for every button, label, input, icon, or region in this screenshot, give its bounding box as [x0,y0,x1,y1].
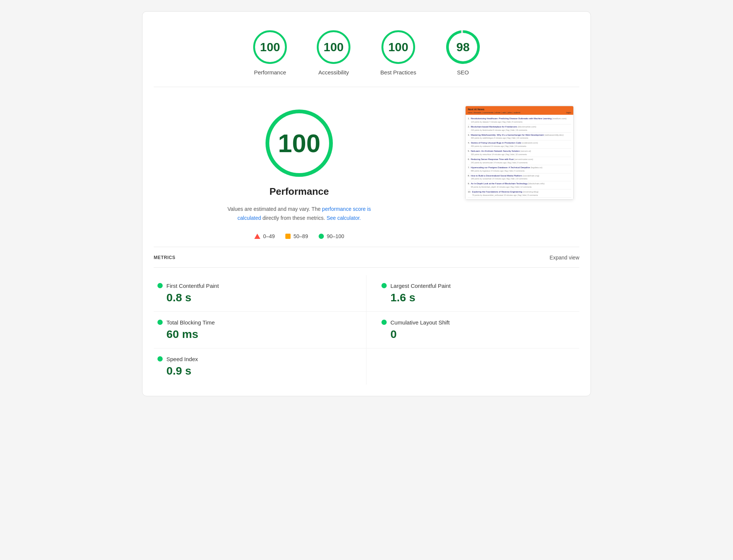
perf-description: Values are estimated and may vary. The p… [221,205,378,223]
scores-section: 100 Performance 100 Accessibility 100 Be… [154,23,579,87]
metric-fcp-value: 0.8 s [157,291,359,304]
preview-item-1: 1.Revolutionizing Healthcare: Predicting… [468,116,571,124]
preview-item-2: 2.Blockchain-based Marketplace for Freel… [468,124,571,133]
metric-lcp: Largest Contentful Paint 1.6 s [366,275,579,312]
preview-num-1: 1. [468,117,470,120]
preview-num-4: 4. [468,142,470,144]
calculator-link[interactable]: See calculator. [326,215,361,221]
big-score-value: 100 [278,129,320,158]
preview-nav-links: new | threads | comments | show | ask | … [468,111,520,114]
score-circle-accessibility: 100 [317,30,350,64]
metrics-divider [154,267,579,268]
legend-low-range: 0–49 [263,233,275,239]
preview-meta-10: 79 points by disassembler_enthusiast 16 … [472,194,538,196]
preview-title-1: Revolutionizing Healthcare: Predicting D… [471,117,567,120]
screenshot-panel: Next AI News new | threads | comments | … [460,102,579,239]
score-inner-seo: 98 [449,33,477,61]
preview-title-6: Reducing Server Response Time with Rust … [471,158,533,161]
big-score-circle: 100 [266,110,333,177]
score-circle-seo: 98 [446,30,480,64]
legend-mid: 50–89 [285,233,308,239]
legend-high: 90–100 [319,233,344,239]
metric-lcp-name: Largest Contentful Paint [390,283,451,289]
preview-login: login [566,111,571,114]
preview-site-title: Next AI News [468,108,571,111]
score-value-best-practices: 100 [388,40,408,54]
preview-meta-2: 210 points by blockmarket 9 minutes ago … [471,129,536,131]
preview-num-8: 8. [468,175,470,177]
preview-title-7: Hyperscaling our Postgres Database: A Te… [471,166,542,169]
preview-num-3: 3. [468,134,470,136]
score-legend: 0–49 50–89 90–100 [254,233,344,239]
metric-fcp-header: First Contentful Paint [157,283,359,289]
preview-num-5: 5. [468,150,470,152]
preview-body: 1.Revolutionizing Healthcare: Predicting… [466,115,573,199]
preview-meta-4: 450 points by codeword 14 minutes ago | … [471,145,538,147]
metric-si-name: Speed Index [166,356,198,362]
preview-title-4: Stories of Fixing Unusual Bugs in Produc… [471,142,538,145]
legend-square-icon [285,234,291,239]
preview-num-2: 2. [468,126,470,128]
performance-details: 100 Performance Values are estimated and… [154,102,445,239]
preview-nav: new | threads | comments | show | ask | … [468,111,571,114]
preview-item-9: 9.An In-Depth Look at the Future of Bloc… [468,181,571,190]
perf-desc-text2: directly from these metrics. [261,215,326,221]
preview-meta-9: 98 points by blockchain_depth 16 minutes… [471,186,545,188]
score-label-best-practices: Best Practices [380,69,416,76]
preview-meta-8: 189 points by socialchain 14 minutes ago… [471,178,539,180]
score-label-performance: Performance [254,69,286,76]
metric-tbt-value: 60 ms [157,328,359,341]
metric-si: Speed Index 0.9 s [154,348,366,385]
preview-item-8: 8.How to Build a Decentralized Social Me… [468,173,571,182]
metric-fcp-name: First Contentful Paint [166,283,219,289]
score-value-performance: 100 [260,40,280,54]
legend-triangle-icon [254,234,260,239]
preview-num-7: 7. [468,166,470,169]
score-label-seo: SEO [457,69,469,76]
preview-title-5: NetLearn: An AI-driven Network Security … [471,150,531,153]
metrics-section: METRICS Expand view First Contentful Pai… [154,247,579,385]
metrics-title: METRICS [154,255,175,260]
preview-title-2: Blockchain-based Marketplace for Freelan… [471,126,536,129]
preview-item-4: 4.Stories of Fixing Unusual Bugs in Prod… [468,141,571,149]
preview-num-10: 10. [468,191,471,193]
legend-circle-icon [319,234,324,239]
legend-mid-range: 50–89 [294,233,308,239]
preview-meta-7: 880 points by logstatus 14 minutes ago |… [471,170,542,172]
metric-si-dot [157,356,163,361]
preview-num-9: 9. [468,182,470,185]
metric-tbt-header: Total Blocking Time [157,319,359,326]
score-item-best-practices: 100 Best Practices [380,30,416,76]
metric-cls: Cumulative Layout Shift 0 [366,312,579,348]
preview-num-6: 6. [468,158,470,160]
preview-item-6: 6.Reducing Server Response Time with Rus… [468,157,571,165]
preview-title-3: Mastering WebAssembly: Why It's a Gamech… [471,134,564,137]
perf-title: Performance [270,186,329,197]
preview-title-10: Exploring the Foundations of Reverse Eng… [472,191,538,194]
metrics-grid: First Contentful Paint 0.8 s Largest Con… [154,275,579,385]
preview-item-10: 10.Exploring the Foundations of Reverse … [468,190,571,198]
metric-cls-header: Cumulative Layout Shift [381,319,572,326]
score-circle-performance: 100 [253,30,287,64]
metric-cls-name: Cumulative Layout Shift [390,319,450,326]
metric-tbt: Total Blocking Time 60 ms [154,312,366,348]
metric-cls-value: 0 [381,328,572,341]
metric-fcp-dot [157,283,163,288]
metric-tbt-dot [157,320,163,325]
metric-fcp: First Contentful Paint 0.8 s [154,275,366,312]
preview-meta-3: 300 points by webthinkguru 9 minutes ago… [471,137,564,139]
legend-low: 0–49 [254,233,275,239]
score-label-accessibility: Accessibility [318,69,349,76]
preview-item-3: 3.Mastering WebAssembly: Why It's a Game… [468,133,571,141]
metric-si-header: Speed Index [157,356,359,362]
score-item-performance: 100 Performance [253,30,287,76]
preview-meta-1: 123 points by datawiz 4 minutes ago | fl… [471,121,567,123]
expand-view-button[interactable]: Expand view [550,255,579,261]
score-value-seo: 98 [456,40,470,54]
preview-header: Next AI News new | threads | comments | … [466,106,573,115]
metric-lcp-value: 1.6 s [381,291,572,304]
preview-item-7: 7.Hyperscaling our Postgres Database: A … [468,165,571,173]
middle-section: 100 Performance Values are estimated and… [154,87,579,247]
preview-title-9: An In-Depth Look at the Future of Blockc… [471,182,545,185]
metric-lcp-dot [381,283,387,288]
